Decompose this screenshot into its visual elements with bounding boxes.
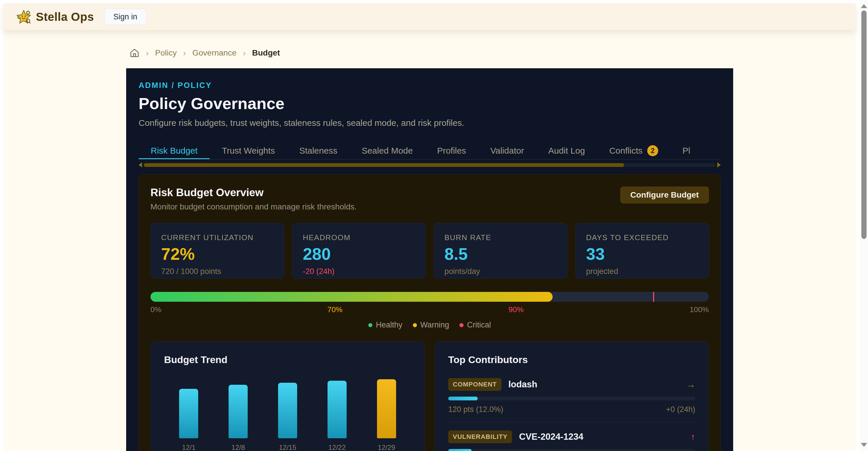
contributor-item: COMPONENT lodash → 120 pts (12.0%) +0 (2… xyxy=(448,378,695,422)
tab-risk-budget[interactable]: Risk Budget xyxy=(138,142,210,159)
tab-sealed-mode[interactable]: Sealed Mode xyxy=(349,142,425,159)
tab-bar: Risk Budget Trust Weights Staleness Seal… xyxy=(138,142,721,160)
scroll-up-arrow-icon[interactable] xyxy=(861,4,867,8)
trend-bar-slot: 12/1 xyxy=(179,379,198,451)
open-contributor-arrow-icon[interactable]: → xyxy=(686,379,695,390)
policy-governance-panel: ADMIN / POLICY Policy Governance Configu… xyxy=(126,68,733,451)
trend-bar-label: 12/22 xyxy=(329,444,346,451)
trend-bar-label: 12/8 xyxy=(231,444,245,451)
home-icon[interactable] xyxy=(130,48,140,58)
trend-bar xyxy=(278,383,297,438)
tab-conflicts[interactable]: Conflicts 2 xyxy=(597,142,671,159)
tab-scroll-right-arrow-icon[interactable] xyxy=(717,162,721,167)
contributor-name: lodash xyxy=(508,379,537,390)
breadcrumb-link-governance[interactable]: Governance xyxy=(192,48,237,58)
brand-link[interactable]: Stella Ops xyxy=(16,9,94,24)
trend-bar-slot: 12/8 xyxy=(228,379,248,451)
legend-healthy: Healthy xyxy=(368,321,402,329)
trend-bar-slot: 12/15 xyxy=(278,379,297,451)
tab-trust-weights[interactable]: Trust Weights xyxy=(210,142,287,159)
tab-scrollbar xyxy=(138,163,721,167)
scrollbar-thumb[interactable] xyxy=(861,10,867,239)
sign-in-button[interactable]: Sign in xyxy=(104,9,146,25)
conflicts-count-badge: 2 xyxy=(647,145,658,156)
stat-days-to-exceeded: DAYS TO EXCEEDED 33 projected xyxy=(576,223,709,279)
breadcrumb: › Policy › Governance › Budget xyxy=(130,48,856,58)
budget-trend-panel: Budget Trend 12/112/812/1512/2212/29 xyxy=(151,342,425,451)
tab-scroll-left-arrow-icon[interactable] xyxy=(138,162,142,167)
legend-warning: Warning xyxy=(413,321,450,329)
page-background: Stella Ops Sign in › Policy › Governance… xyxy=(3,3,856,451)
browser-scrollbar[interactable] xyxy=(860,0,868,451)
budget-bar-fill xyxy=(151,292,553,302)
tab-staleness[interactable]: Staleness xyxy=(287,142,349,159)
top-contributors-title: Top Contributors xyxy=(448,354,695,365)
status-legend: Healthy Warning Critical xyxy=(151,321,709,329)
contribution-bar xyxy=(448,397,695,400)
trend-bar xyxy=(228,385,248,438)
threshold-labels: 0% 70% 90% 100% xyxy=(151,305,709,314)
budget-trend-chart: 12/112/812/1512/2212/29 xyxy=(164,379,411,451)
budget-utilization-bar: 0% 70% 90% 100% Healthy Warning xyxy=(151,292,709,329)
screen: Stella Ops Sign in › Policy › Governance… xyxy=(0,0,868,451)
top-bar: Stella Ops Sign in xyxy=(3,3,856,30)
trend-bar-label: 12/29 xyxy=(378,444,395,451)
legend-critical: Critical xyxy=(460,321,491,329)
card-subtitle: Monitor budget consumption and manage ri… xyxy=(151,202,357,212)
stat-current-utilization: CURRENT UTILIZATION 72% 720 / 1000 point… xyxy=(151,223,284,279)
trend-bar-slot: 12/29 xyxy=(377,379,396,451)
trend-bar xyxy=(179,389,198,438)
budget-bar-track xyxy=(151,292,709,302)
trend-bar xyxy=(377,379,396,438)
type-badge: VULNERABILITY xyxy=(448,430,512,443)
breadcrumb-separator: › xyxy=(243,48,246,58)
breadcrumb-link-policy[interactable]: Policy xyxy=(155,48,177,58)
contributor-item: VULNERABILITY CVE-2024-1234 ↑ 95 pts (9.… xyxy=(448,430,695,451)
trend-bar-slot: 12/22 xyxy=(328,379,347,451)
trend-bar-label: 12/15 xyxy=(279,444,296,451)
card-title: Risk Budget Overview xyxy=(151,187,357,199)
tab-profiles[interactable]: Profiles xyxy=(425,142,478,159)
contributor-points: 120 pts (12.0%) xyxy=(448,405,503,414)
critical-threshold-marker xyxy=(653,292,654,302)
critical-dot-icon xyxy=(460,323,464,327)
breadcrumb-current: Budget xyxy=(252,48,280,58)
brand-name: Stella Ops xyxy=(36,10,94,24)
contributor-name: CVE-2024-1234 xyxy=(519,431,583,442)
tab-scroll-track[interactable] xyxy=(144,163,715,167)
breadcrumb-separator: › xyxy=(146,48,149,58)
contribution-bar xyxy=(448,449,695,451)
tab-validator[interactable]: Validator xyxy=(478,142,536,159)
scroll-down-arrow-icon[interactable] xyxy=(861,443,867,447)
section-eyebrow: ADMIN / POLICY xyxy=(138,68,721,90)
warning-dot-icon xyxy=(413,323,417,327)
page-subtitle: Configure risk budgets, trust weights, s… xyxy=(138,118,721,128)
healthy-dot-icon xyxy=(368,323,372,327)
tab-clipped[interactable]: Pl xyxy=(671,142,703,159)
risk-budget-overview-card: Risk Budget Overview Monitor budget cons… xyxy=(138,174,721,451)
breadcrumb-separator: › xyxy=(183,48,186,58)
budget-trend-title: Budget Trend xyxy=(164,354,411,365)
divider xyxy=(448,422,695,422)
trend-bar-label: 12/1 xyxy=(182,444,195,451)
stat-burn-rate: BURN RATE 8.5 points/day xyxy=(434,223,567,279)
type-badge: COMPONENT xyxy=(448,378,501,391)
stat-headroom: HEADROOM 280 -20 (24h) xyxy=(292,223,426,279)
stats-row: CURRENT UTILIZATION 72% 720 / 1000 point… xyxy=(151,223,709,279)
stella-logo-icon xyxy=(16,9,31,24)
tab-scroll-thumb[interactable] xyxy=(144,163,624,167)
tab-audit-log[interactable]: Audit Log xyxy=(536,142,597,159)
top-contributors-panel: Top Contributors COMPONENT lodash → xyxy=(435,342,709,451)
contributor-delta: +0 (24h) xyxy=(666,405,695,414)
configure-budget-button[interactable]: Configure Budget xyxy=(620,187,709,203)
trend-up-arrow-icon[interactable]: ↑ xyxy=(691,431,695,442)
page-title: Policy Governance xyxy=(138,94,721,113)
trend-bar xyxy=(328,381,347,438)
